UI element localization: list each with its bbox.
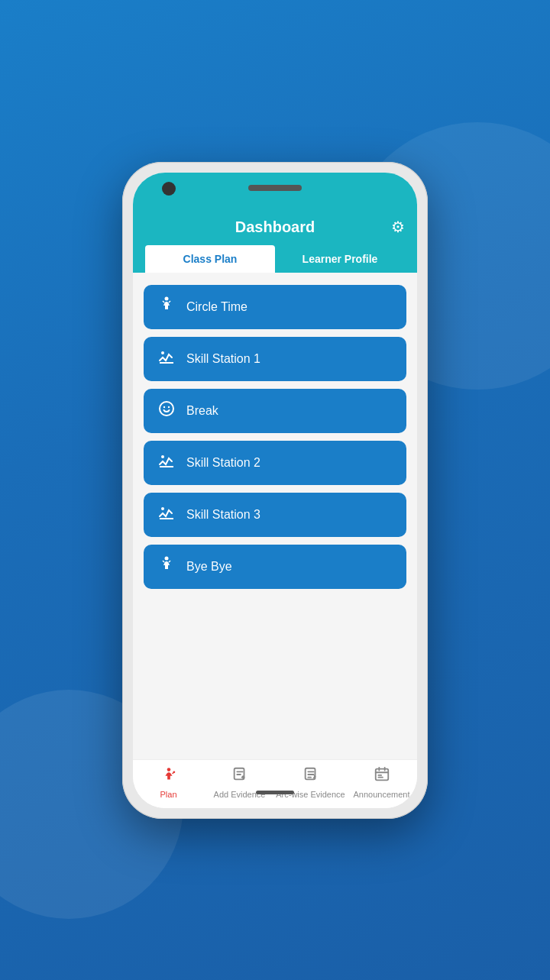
circle-time-icon <box>156 296 177 319</box>
skill-station-3-icon <box>156 503 177 526</box>
break-label: Break <box>186 404 218 418</box>
skill-station-1-icon <box>156 348 177 370</box>
circle-time-label: Circle Time <box>186 300 247 314</box>
svg-point-6 <box>163 406 165 407</box>
plan-icon <box>160 766 177 787</box>
svg-point-7 <box>168 406 170 407</box>
bye-bye-icon <box>156 555 177 578</box>
home-indicator <box>256 791 294 794</box>
phone-speaker <box>248 185 302 191</box>
tab-bar: Class Plan Learner Profile <box>145 245 405 273</box>
bottom-nav: Plan Add Evidence <box>133 759 417 808</box>
skill-station-1-label: Skill Station 1 <box>186 352 260 366</box>
arc-wise-evidence-icon <box>302 766 319 787</box>
activity-skill-station-3[interactable]: Skill Station 3 <box>144 493 406 537</box>
svg-point-9 <box>161 455 164 458</box>
svg-rect-19 <box>375 768 388 780</box>
tab-class-plan[interactable]: Class Plan <box>145 245 275 273</box>
break-icon <box>156 399 177 422</box>
header-title: Dashboard <box>235 218 315 236</box>
skill-station-2-label: Skill Station 2 <box>186 456 260 470</box>
svg-line-2 <box>169 301 170 302</box>
svg-point-11 <box>161 507 164 510</box>
tab-learner-profile[interactable]: Learner Profile <box>275 245 405 273</box>
phone-camera <box>162 182 176 196</box>
svg-line-1 <box>163 301 164 302</box>
activity-skill-station-1[interactable]: Skill Station 1 <box>144 337 406 381</box>
bye-bye-label: Bye Bye <box>186 560 232 574</box>
phone-frame: Dashboard ⚙ Class Plan Learner Profile <box>122 162 428 819</box>
announcement-icon <box>374 766 390 787</box>
svg-point-15 <box>167 768 170 771</box>
activity-bye-bye[interactable]: Bye Bye <box>144 545 406 589</box>
activity-list: Circle Time Skill Station 1 <box>133 273 417 759</box>
activity-circle-time[interactable]: Circle Time <box>144 285 406 329</box>
svg-point-4 <box>161 351 164 354</box>
svg-point-16 <box>173 771 175 773</box>
activity-skill-station-2[interactable]: Skill Station 2 <box>144 441 406 485</box>
svg-point-12 <box>165 556 169 560</box>
add-evidence-icon <box>231 766 248 787</box>
nav-plan[interactable]: Plan <box>133 766 204 799</box>
activity-break[interactable]: Break <box>144 389 406 433</box>
phone-screen: Dashboard ⚙ Class Plan Learner Profile <box>133 173 417 808</box>
skill-station-3-label: Skill Station 3 <box>186 508 260 522</box>
svg-point-5 <box>160 402 173 416</box>
settings-icon[interactable]: ⚙ <box>391 218 405 236</box>
svg-point-0 <box>165 296 169 300</box>
announcement-label: Announcement <box>354 790 410 799</box>
svg-line-14 <box>169 561 170 562</box>
svg-line-13 <box>163 561 164 562</box>
nav-announcement[interactable]: Announcement <box>346 766 417 799</box>
skill-station-2-icon <box>156 451 177 474</box>
plan-label: Plan <box>160 790 176 799</box>
